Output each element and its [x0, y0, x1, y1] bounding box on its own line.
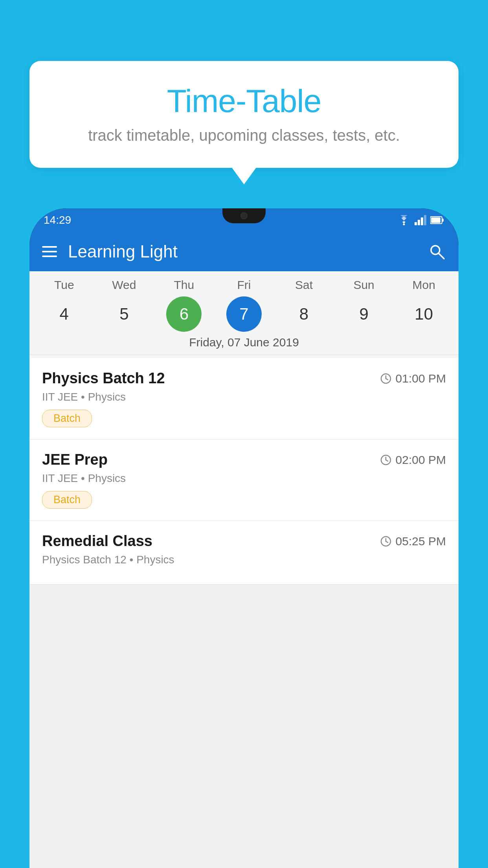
schedule-item-3-time-text: 05:25 PM — [396, 535, 446, 548]
schedule-item-2-badge: Batch — [42, 491, 92, 509]
day-header-wed: Wed — [106, 278, 142, 292]
status-bar: 14:29 — [29, 208, 459, 232]
day-headers: Tue Wed Thu Fri Sat Sun Mon — [29, 278, 459, 292]
day-header-thu: Thu — [166, 278, 202, 292]
svg-rect-4 — [424, 215, 426, 225]
search-icon[interactable] — [428, 243, 446, 261]
svg-rect-3 — [421, 217, 423, 225]
svg-line-15 — [386, 460, 388, 461]
schedule-item-3-header: Remedial Class 05:25 PM — [42, 533, 446, 550]
signal-icon — [415, 215, 426, 225]
svg-line-12 — [386, 379, 388, 380]
camera-dot — [240, 212, 248, 219]
tooltip-subtitle: track timetable, upcoming classes, tests… — [53, 127, 435, 144]
status-time: 14:29 — [44, 214, 71, 226]
selected-date-label: Friday, 07 June 2019 — [29, 332, 459, 355]
calendar-strip: Tue Wed Thu Fri Sat Sun Mon 4 5 6 7 8 9 … — [29, 271, 459, 358]
clock-icon-2 — [380, 454, 392, 466]
day-10[interactable]: 10 — [406, 296, 442, 332]
day-header-fri: Fri — [226, 278, 262, 292]
schedule-item-3-sub: Physics Batch 12 • Physics — [42, 554, 446, 566]
schedule-item-3[interactable]: Remedial Class 05:25 PM Physics Batch 12… — [29, 521, 459, 585]
day-5[interactable]: 5 — [106, 296, 142, 332]
wifi-icon — [397, 215, 411, 225]
tooltip-card: Time-Table track timetable, upcoming cla… — [29, 61, 459, 168]
svg-line-18 — [386, 541, 388, 542]
phone-notch — [222, 208, 266, 223]
day-header-mon: Mon — [406, 278, 442, 292]
app-bar: Learning Light — [29, 232, 459, 271]
schedule-item-2-sub: IIT JEE • Physics — [42, 472, 446, 485]
schedule-item-1-time: 01:00 PM — [380, 372, 446, 385]
schedule-item-1-badge: Batch — [42, 410, 92, 427]
battery-icon — [430, 216, 444, 224]
svg-rect-1 — [415, 222, 417, 225]
schedule-item-1[interactable]: Physics Batch 12 01:00 PM IIT JEE • Phys… — [29, 358, 459, 440]
day-header-sat: Sat — [286, 278, 322, 292]
svg-line-9 — [438, 253, 444, 259]
day-4[interactable]: 4 — [46, 296, 82, 332]
day-numbers: 4 5 6 7 8 9 10 — [29, 296, 459, 332]
schedule-item-1-sub: IIT JEE • Physics — [42, 391, 446, 403]
schedule-item-2[interactable]: JEE Prep 02:00 PM IIT JEE • Physics Batc… — [29, 440, 459, 521]
schedule-item-1-time-text: 01:00 PM — [396, 372, 446, 385]
clock-icon-1 — [380, 373, 392, 384]
schedule-item-1-header: Physics Batch 12 01:00 PM — [42, 370, 446, 387]
schedule-item-1-title: Physics Batch 12 — [42, 370, 165, 387]
svg-point-0 — [403, 224, 405, 226]
app-title: Learning Light — [68, 242, 417, 261]
status-icons — [397, 215, 444, 225]
hamburger-menu-button[interactable] — [42, 246, 57, 257]
day-8[interactable]: 8 — [286, 296, 322, 332]
svg-rect-6 — [431, 217, 440, 223]
clock-icon-3 — [380, 535, 392, 547]
schedule-item-3-title: Remedial Class — [42, 533, 152, 550]
svg-rect-2 — [418, 220, 420, 225]
tooltip-title: Time-Table — [53, 83, 435, 120]
day-header-tue: Tue — [46, 278, 82, 292]
schedule-item-3-time: 05:25 PM — [380, 535, 446, 548]
schedule-item-2-time: 02:00 PM — [380, 453, 446, 467]
day-header-sun: Sun — [346, 278, 382, 292]
schedule-list: Physics Batch 12 01:00 PM IIT JEE • Phys… — [29, 358, 459, 585]
day-7-selected[interactable]: 7 — [226, 296, 262, 332]
schedule-item-2-title: JEE Prep — [42, 451, 108, 468]
day-9[interactable]: 9 — [346, 296, 382, 332]
svg-rect-7 — [442, 219, 444, 222]
phone-frame: 14:29 — [29, 208, 459, 868]
schedule-item-2-time-text: 02:00 PM — [396, 453, 446, 467]
phone-screen: Tue Wed Thu Fri Sat Sun Mon 4 5 6 7 8 9 … — [29, 271, 459, 868]
schedule-item-2-header: JEE Prep 02:00 PM — [42, 451, 446, 468]
day-6-today[interactable]: 6 — [166, 296, 202, 332]
